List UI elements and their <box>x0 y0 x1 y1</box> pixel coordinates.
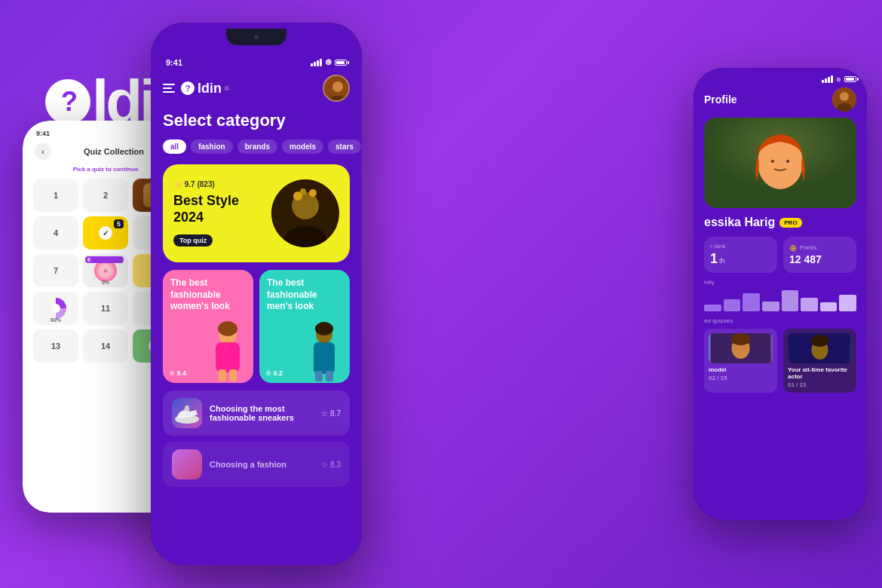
logo-question-mark: ? <box>45 79 90 124</box>
svg-point-1 <box>51 304 60 313</box>
phone-main: 9:41 ⊛ ? ld <box>151 23 362 565</box>
profile-phone-inner: ⊛ Profile <box>694 68 867 520</box>
quizzes-section-label: ed quizzes <box>694 317 867 324</box>
cat-all[interactable]: all <box>163 139 186 154</box>
user-avatar[interactable] <box>323 75 350 102</box>
bar-6 <box>801 298 818 311</box>
profile-name-row: essika Harig PRO <box>694 216 867 229</box>
profile-photo <box>704 118 856 208</box>
main-battery-icon <box>335 60 347 66</box>
men-silhouette <box>299 315 350 383</box>
battery-fill-pr <box>846 78 854 81</box>
notch <box>226 29 286 45</box>
points-value: 12 487 <box>789 253 850 265</box>
svg-rect-18 <box>315 371 323 381</box>
actor-photo <box>788 333 852 363</box>
cell-num-badge-6: 6 <box>85 256 124 263</box>
featured-card-left: ⭐ 9.7 (823) Best Style 2024 Top quiz <box>173 180 271 246</box>
women-look-card[interactable]: The best fashionable women's look ☆ 9.4 <box>163 270 253 383</box>
rank-label: r rank <box>710 243 771 250</box>
women-card-rating: ☆ 9.4 <box>169 369 186 377</box>
quiz-cell-1[interactable]: 1 <box>33 179 78 212</box>
cat-stars[interactable]: stars <box>328 139 361 154</box>
back-button[interactable]: ‹ <box>35 143 51 160</box>
list-item-sneakers[interactable]: Choosing the most fashionable sneakers ☆… <box>163 390 350 436</box>
profile-title-row: Profile <box>694 87 867 118</box>
star-fashion: ☆ <box>321 461 328 469</box>
main-phone-header: ? ldin © <box>151 70 362 111</box>
cat-brands[interactable]: brands <box>237 139 277 154</box>
quiz-cell-4[interactable]: 4 <box>33 216 78 250</box>
sneakers-title: Choosing the most fashionable sneakers <box>210 404 314 422</box>
women-figure <box>202 315 253 383</box>
quiz-model-card[interactable]: model 02 / 15 <box>704 329 777 393</box>
avatar-image <box>324 76 350 102</box>
fashion-title: Choosing a fashion <box>210 460 314 469</box>
sneakers-thumb <box>172 398 202 428</box>
cat-fashion[interactable]: fashion <box>191 139 233 154</box>
bar-3 <box>743 293 760 311</box>
quiz-cell-13[interactable]: 13 <box>33 329 78 363</box>
cell-num: 11 <box>101 304 110 313</box>
quiz-cell-11[interactable]: 11 <box>83 292 128 325</box>
star-icon-feat: ⭐ <box>173 180 182 188</box>
sneaker-icon <box>172 398 202 428</box>
cell-num: 13 <box>51 341 60 351</box>
main-signal-icon <box>311 59 322 66</box>
quiz-cell-10-pie[interactable]: 60% <box>33 292 78 325</box>
svg-point-23 <box>840 92 849 101</box>
cell-num: 4 <box>54 228 58 237</box>
featured-card[interactable]: ⭐ 9.7 (823) Best Style 2024 Top quiz <box>163 164 350 262</box>
main-logo: ? ldin © <box>181 81 229 96</box>
profile-statusbar: ⊛ <box>694 75 867 87</box>
fashion-thumb <box>172 449 202 479</box>
logo-circle-c: © <box>225 85 229 92</box>
quiz-cell-flower[interactable]: 🌸 6 0% <box>83 254 128 287</box>
bar-1 <box>704 305 721 311</box>
model-pagination: 02 / 15 <box>709 375 773 381</box>
svg-point-10 <box>300 188 306 194</box>
list-item-fashion[interactable]: Choosing a fashion ☆ 8.3 <box>163 442 350 487</box>
featured-rating: ⭐ 9.7 (823) <box>173 180 271 188</box>
svg-point-31 <box>731 333 751 345</box>
featured-image <box>271 179 339 247</box>
status-icons: ⊛ <box>311 57 347 67</box>
pie-percent: 60% <box>51 317 61 323</box>
svg-rect-13 <box>219 369 226 381</box>
activity-label: ivity <box>704 279 856 286</box>
cell-num-top: 5 <box>114 219 124 228</box>
logo-q-mark: ? <box>181 81 194 95</box>
main-phone-inner: 9:41 ⊛ ? ld <box>151 23 362 565</box>
bar-5 <box>782 290 799 312</box>
cell-num: 2 <box>103 191 108 200</box>
cat-models[interactable]: models <box>282 139 323 154</box>
bar-8 <box>839 295 856 312</box>
bar-4 <box>762 302 779 312</box>
rank-number: 1 <box>710 251 718 267</box>
back-phone-time: 9:41 <box>36 130 50 137</box>
featured-photo <box>271 179 339 247</box>
profile-avatar[interactable] <box>832 87 856 112</box>
men-look-card[interactable]: The best fashionable men's look ☆ 9.2 <box>259 270 350 383</box>
points-header: ⊕ Points <box>789 243 850 253</box>
actor-pagination: 01 / 23 <box>788 381 852 388</box>
quiz-cell-5-check[interactable]: 5 ✓ <box>83 216 128 250</box>
model-thumb <box>709 333 773 363</box>
sneakers-text: Choosing the most fashionable sneakers <box>210 404 314 422</box>
two-cards-row: The best fashionable women's look ☆ 9.4 <box>163 270 350 383</box>
quiz-actor-card[interactable]: Your all-time favorite actor 01 / 23 <box>783 329 856 393</box>
svg-rect-17 <box>314 342 335 374</box>
cell-progress-0: 0% <box>102 280 109 285</box>
model-label: model <box>709 366 773 373</box>
activity-section: ivity <box>694 279 867 311</box>
men-figure <box>299 315 350 383</box>
women-card-title: The best fashionable women's look <box>170 277 246 313</box>
quiz-cell-7[interactable]: 7 <box>33 254 78 287</box>
menu-icon[interactable] <box>163 84 175 93</box>
points-card: ⊕ Points 12 487 <box>783 237 856 273</box>
featured-title: Best Style 2024 <box>173 193 271 225</box>
men-card-title: The best fashionable men's look <box>267 277 342 313</box>
quiz-cell-2[interactable]: 2 <box>83 179 128 212</box>
svg-point-15 <box>218 321 237 336</box>
quiz-cell-14[interactable]: 14 <box>83 329 128 363</box>
